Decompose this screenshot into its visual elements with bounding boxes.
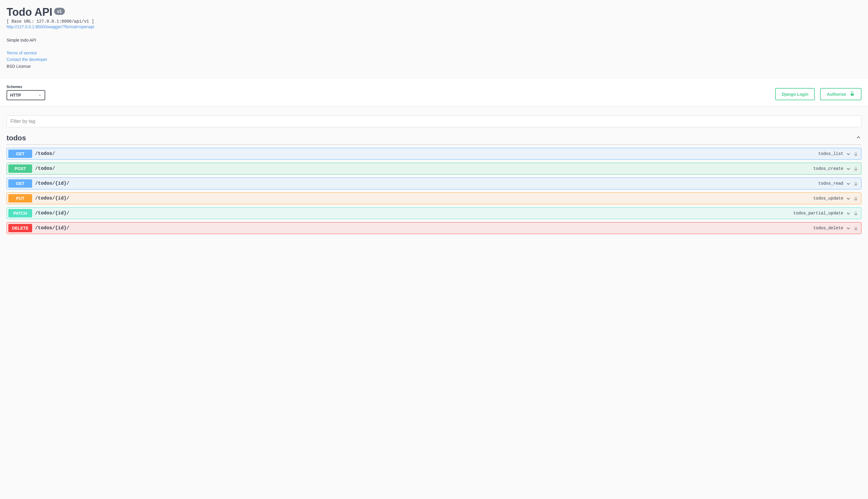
operation-path: /todos/{id}/	[35, 181, 818, 186]
api-title: Todo API	[7, 6, 52, 19]
lock-icon[interactable]	[853, 166, 858, 172]
operation-row[interactable]: PUT/todos/{id}/todos_update	[7, 192, 861, 204]
method-badge: GET	[8, 149, 32, 158]
operation-row[interactable]: GET/todos/todos_list	[7, 148, 861, 160]
chevron-down-icon	[846, 151, 851, 157]
chevron-down-icon	[846, 181, 851, 186]
lock-icon[interactable]	[853, 196, 858, 201]
tag-header-todos[interactable]: todos	[7, 134, 861, 145]
authorize-button[interactable]: Authorize	[820, 88, 861, 100]
chevron-down-icon	[846, 166, 851, 172]
django-login-label: Django Login	[782, 92, 808, 97]
lock-icon[interactable]	[853, 181, 858, 186]
chevron-down-icon	[846, 196, 851, 201]
svg-rect-3	[854, 183, 857, 185]
lock-icon[interactable]	[853, 226, 858, 231]
schemes-bar: Schemes HTTP Django Login Authorize	[0, 78, 868, 107]
lock-icon[interactable]	[853, 151, 858, 157]
tag-section-todos: todos GET/todos/todos_listPOST/todos/tod…	[7, 134, 861, 234]
operation-id: todos_create	[813, 166, 843, 171]
svg-rect-0	[851, 93, 854, 96]
operation-path: /todos/	[35, 166, 813, 171]
operation-path: /todos/{id}/	[35, 196, 813, 201]
operation-id: todos_list	[818, 151, 843, 156]
svg-rect-6	[854, 228, 857, 230]
method-badge: GET	[8, 179, 32, 188]
operation-path: /todos/{id}/	[35, 210, 793, 216]
terms-of-service-link[interactable]: Terms of service	[7, 50, 861, 56]
schemes-select[interactable]: HTTP	[7, 90, 45, 100]
chevron-up-icon	[856, 134, 861, 142]
method-badge: DELETE	[8, 224, 32, 232]
chevron-down-icon	[846, 210, 851, 216]
schemes-label: Schemes	[7, 85, 45, 89]
authorize-label: Authorize	[827, 92, 846, 97]
lock-icon[interactable]	[853, 210, 858, 216]
operation-id: todos_update	[813, 196, 843, 201]
svg-rect-5	[854, 213, 857, 215]
contact-developer-link[interactable]: Contact the developer	[7, 56, 861, 63]
method-badge: PUT	[8, 194, 32, 203]
tag-name: todos	[7, 134, 26, 142]
version-badge: v1	[54, 8, 65, 15]
method-badge: POST	[8, 165, 32, 173]
license-text: BSD License	[7, 63, 861, 70]
info-header: Todo API v1 [ Base URL: 127.0.0.1:8000/a…	[0, 0, 868, 78]
spec-url-link[interactable]: http://127.0.0.1:8000/swagger/?format=op…	[7, 24, 94, 29]
unlock-icon	[849, 91, 855, 97]
svg-rect-1	[854, 154, 857, 156]
chevron-down-icon	[846, 226, 851, 231]
filter-input[interactable]	[7, 115, 861, 127]
operation-id: todos_delete	[813, 226, 843, 230]
base-url: [ Base URL: 127.0.0.1:8000/api/v1 ]	[7, 19, 861, 24]
operation-id: todos_read	[818, 181, 843, 186]
django-login-button[interactable]: Django Login	[775, 88, 815, 100]
api-description: Simple todo API	[7, 38, 861, 42]
operation-row[interactable]: POST/todos/todos_create	[7, 163, 861, 174]
operation-path: /todos/{id}/	[35, 226, 813, 231]
operation-id: todos_partial_update	[793, 211, 843, 216]
svg-rect-4	[854, 198, 857, 200]
operation-row[interactable]: PATCH/todos/{id}/todos_partial_update	[7, 207, 861, 219]
operation-row[interactable]: GET/todos/{id}/todos_read	[7, 178, 861, 190]
operation-row[interactable]: DELETE/todos/{id}/todos_delete	[7, 222, 861, 234]
operation-path: /todos/	[35, 151, 818, 156]
method-badge: PATCH	[8, 209, 32, 217]
svg-rect-2	[854, 169, 857, 171]
